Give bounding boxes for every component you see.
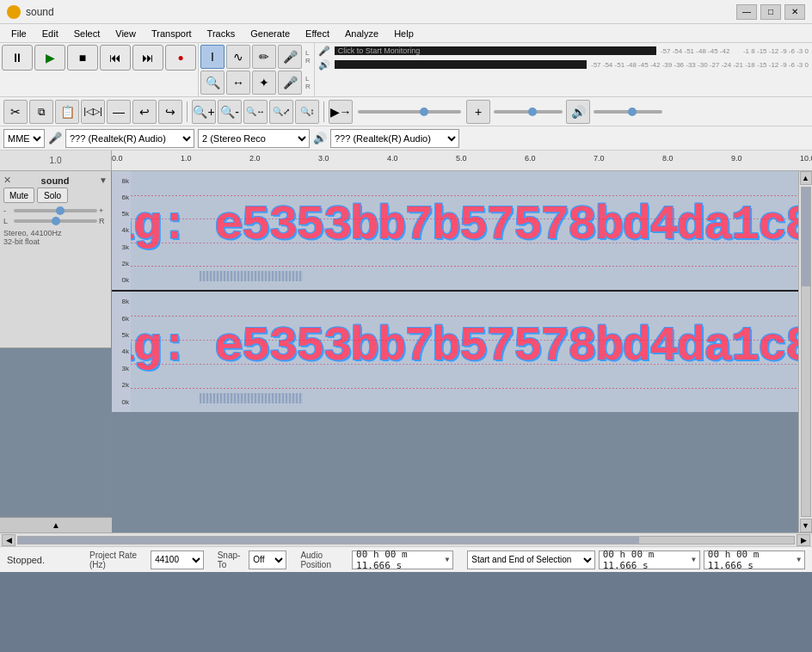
undo-button[interactable]: ↩ bbox=[132, 100, 157, 124]
play-speed-slider[interactable] bbox=[358, 110, 461, 114]
status-text: Stopped. bbox=[7, 555, 76, 565]
zoom-sel-button[interactable]: 🔍↔ bbox=[243, 100, 268, 124]
monitor-input-button[interactable]: 🎤 bbox=[278, 71, 302, 95]
select-tool-button[interactable]: I bbox=[200, 45, 225, 69]
menu-help[interactable]: Help bbox=[386, 26, 421, 41]
solo-button[interactable]: Solo bbox=[37, 188, 68, 203]
api-select[interactable]: MME bbox=[3, 129, 45, 148]
gain-speaker-button[interactable]: 🔊 bbox=[566, 100, 590, 124]
menu-file[interactable]: File bbox=[3, 26, 34, 41]
multi-tool-button[interactable]: ✦ bbox=[252, 71, 276, 95]
menu-analyze[interactable]: Analyze bbox=[337, 26, 386, 41]
copy-button[interactable]: ⧉ bbox=[29, 100, 53, 124]
skip-start-button[interactable]: ⏮ bbox=[100, 45, 131, 71]
output-device-select[interactable]: ??? (Realtek(R) Audio) bbox=[330, 129, 459, 148]
scale-2k-bottom: 2k bbox=[112, 381, 131, 389]
lr-indicator: LR bbox=[304, 49, 312, 65]
hscroll-track[interactable] bbox=[17, 536, 795, 544]
record-button[interactable]: ● bbox=[165, 45, 196, 71]
audio-position-value: 00 h 00 m 11.666 s bbox=[356, 549, 445, 571]
tools-row2: 🔍 ↔ ✦ 🎤 LR bbox=[200, 71, 312, 95]
channels-select[interactable]: 2 (Stereo Reco bbox=[198, 129, 310, 148]
ruler-5: 5.0 bbox=[456, 154, 467, 163]
input-device-select[interactable]: ??? (Realtek(R) Audio) bbox=[65, 129, 194, 148]
play-speed-thumb bbox=[420, 108, 428, 116]
timeshift-tool-button[interactable]: ↔ bbox=[226, 71, 250, 95]
pan-slider-track[interactable] bbox=[14, 219, 97, 223]
output-icon: 🔊 bbox=[313, 132, 327, 145]
vol-slider[interactable] bbox=[594, 110, 662, 114]
scale-0k-bottom: 0k bbox=[112, 398, 131, 406]
menu-generate[interactable]: Generate bbox=[243, 26, 298, 41]
menu-edit[interactable]: Edit bbox=[34, 26, 66, 41]
menu-tracks[interactable]: Tracks bbox=[200, 26, 243, 41]
monitor-text[interactable]: Click to Start Monitoring bbox=[338, 46, 421, 55]
track-collapse-button[interactable]: ▲ bbox=[0, 517, 112, 532]
pan-l-label: L bbox=[3, 217, 12, 225]
track-info: ✕ sound ▼ Mute Solo - + L bbox=[0, 171, 111, 348]
ruler-corner-label: 1.0 bbox=[50, 156, 62, 165]
audio-position-arrow[interactable]: ▼ bbox=[445, 556, 449, 563]
vscroll-track[interactable] bbox=[801, 187, 811, 517]
zoom-fit-v-button[interactable]: 🔍↕ bbox=[295, 100, 319, 124]
vscroll-down-button[interactable]: ▼ bbox=[800, 519, 812, 532]
gain-slider-track[interactable] bbox=[14, 209, 97, 212]
sel-start-arrow[interactable]: ▼ bbox=[692, 556, 696, 563]
track-close-button[interactable]: ✕ bbox=[3, 175, 11, 186]
menu-view[interactable]: View bbox=[108, 26, 144, 41]
track-arrow-button[interactable]: ▼ bbox=[99, 175, 108, 185]
lr-indicator2: LR bbox=[304, 75, 312, 90]
small-waveform-top bbox=[200, 271, 303, 281]
tracks-container: ✕ sound ▼ Mute Solo - + L bbox=[0, 171, 798, 532]
snap-select[interactable]: Off bbox=[249, 551, 286, 569]
silence-button[interactable]: — bbox=[107, 100, 131, 124]
scale-2k-top: 2k bbox=[112, 260, 131, 268]
close-button[interactable]: ✕ bbox=[784, 4, 805, 20]
draw-tool-button[interactable]: ✏ bbox=[252, 45, 276, 69]
horizontal-scrollbar: ◀ ▶ bbox=[0, 532, 812, 546]
zoom-out-button[interactable]: 🔍- bbox=[218, 100, 242, 124]
vscroll-up-button[interactable]: ▲ bbox=[800, 171, 812, 185]
project-rate-section: Project Rate (Hz) 44100 bbox=[89, 551, 204, 569]
noise-line-8 bbox=[131, 388, 798, 389]
menu-effect[interactable]: Effect bbox=[298, 26, 337, 41]
menu-select[interactable]: Select bbox=[66, 26, 108, 41]
redo-button[interactable]: ↪ bbox=[158, 100, 182, 124]
track-empty-area bbox=[0, 348, 111, 518]
vu-speaker-icon: 🔊 bbox=[318, 59, 332, 71]
skip-end-button[interactable]: ⏭ bbox=[132, 45, 163, 71]
ruler-8: 8.0 bbox=[662, 154, 674, 163]
envelope-tool-button[interactable]: ∿ bbox=[226, 45, 250, 69]
paste-button[interactable]: 📋 bbox=[55, 100, 79, 124]
noise-line-2 bbox=[131, 218, 798, 219]
gain-up-button[interactable]: + bbox=[466, 100, 490, 124]
play-at-speed-button[interactable]: ▶→ bbox=[329, 100, 353, 124]
noise-line-5 bbox=[131, 316, 798, 317]
ruler-4: 4.0 bbox=[387, 154, 398, 163]
gain-slider-thumb bbox=[56, 206, 65, 215]
hscroll-left-button[interactable]: ◀ bbox=[2, 534, 15, 546]
selection-type-select[interactable]: Start and End of Selection bbox=[467, 551, 594, 569]
titlebar: sound — □ ✕ bbox=[0, 0, 812, 24]
zoom-fit-button[interactable]: 🔍⤢ bbox=[269, 100, 293, 124]
project-rate-select[interactable]: 44100 bbox=[151, 551, 204, 569]
zoom-in-button[interactable]: 🔍+ bbox=[192, 100, 216, 124]
play-button[interactable]: ▶ bbox=[34, 45, 65, 71]
cut-button[interactable]: ✂ bbox=[3, 100, 28, 124]
gain-slider-thumb bbox=[528, 108, 537, 116]
toolbar-area: ⏸ ▶ ■ ⏮ ⏭ ● I ∿ ✏ 🎤 LR 🔍 ↔ ✦ 🎤 LR 🎤 bbox=[0, 43, 812, 97]
menu-transport[interactable]: Transport bbox=[144, 26, 200, 41]
mute-button[interactable]: Mute bbox=[3, 188, 34, 203]
zoom-tool-button[interactable]: 🔍 bbox=[200, 71, 225, 95]
pause-button[interactable]: ⏸ bbox=[2, 45, 33, 71]
trim-button[interactable]: |◁▷| bbox=[81, 100, 105, 124]
maximize-button[interactable]: □ bbox=[760, 4, 781, 20]
app-icon bbox=[7, 5, 21, 19]
sel-end-arrow[interactable]: ▼ bbox=[797, 556, 801, 563]
stop-button[interactable]: ■ bbox=[67, 45, 98, 71]
minimize-button[interactable]: — bbox=[736, 4, 757, 20]
gain-slider[interactable] bbox=[494, 110, 563, 114]
mic-button[interactable]: 🎤 bbox=[278, 45, 302, 69]
statusbar: Stopped. Project Rate (Hz) 44100 Snap-To… bbox=[0, 546, 812, 572]
hscroll-right-button[interactable]: ▶ bbox=[797, 534, 810, 546]
